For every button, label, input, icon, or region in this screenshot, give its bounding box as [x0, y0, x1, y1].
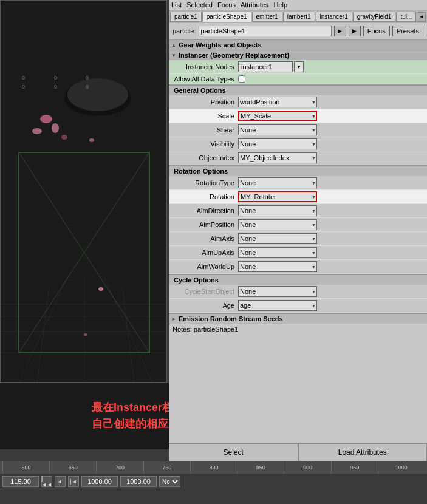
load-attributes-button[interactable]: Load Attributes: [298, 443, 428, 461]
menu-list[interactable]: List: [171, 1, 182, 9]
tick-1000: 1000: [378, 461, 425, 474]
visibility-value: None: [238, 138, 425, 149]
objectindex-row: ObjectIndex MY_ObjectIndex: [169, 151, 427, 165]
aimupaxis-value: None: [238, 247, 425, 258]
rotation-row: Rotation MY_Rotater: [169, 190, 427, 204]
timeline: 600 650 700 750 800 850 900 950 1000 |◄◄…: [0, 461, 427, 504]
section-gear-weights[interactable]: ▲ Gear Weights and Objects: [169, 39, 427, 50]
focus-button[interactable]: Focus: [363, 26, 390, 36]
aimdirection-row: AimDirection None: [169, 204, 427, 218]
visibility-dropdown[interactable]: None: [238, 138, 317, 149]
prev-frame-btn[interactable]: |◄: [68, 476, 79, 487]
tab-lambert1[interactable]: lambert1: [283, 12, 315, 22]
aimupaxis-label: AimUpAxis: [171, 249, 238, 256]
shear-value: None: [238, 124, 425, 135]
panel-body: ▲ Gear Weights and Objects ▼ Instancer (…: [169, 39, 427, 443]
svg-point-18: [84, 333, 87, 336]
rotationtype-value: None: [238, 177, 425, 188]
rotation-value: MY_Rotater: [238, 191, 425, 202]
chevron-down-icon: ▼: [171, 53, 176, 58]
particle-input[interactable]: [199, 26, 332, 36]
position-row: Position worldPosition: [169, 95, 427, 109]
allow-row: Allow All Data Types: [169, 74, 427, 84]
position-dropdown[interactable]: worldPosition: [238, 97, 317, 107]
menu-attributes[interactable]: Attributes: [241, 1, 268, 9]
general-options-label: General Options: [169, 85, 427, 95]
aimposition-value: None: [238, 219, 425, 230]
cyclestartobject-value: None: [238, 286, 425, 297]
select-button[interactable]: Select: [169, 443, 298, 461]
instancer-nodes-row: Instancer Nodes ▼: [169, 60, 427, 74]
aimdirection-label: AimDirection: [171, 207, 238, 214]
menubar: List Selected Focus Attributes Help: [169, 0, 427, 10]
rotationtype-dropdown-wrapper: None: [238, 177, 317, 188]
prev-btn[interactable]: ◄|: [55, 476, 66, 487]
age-dropdown[interactable]: age: [238, 300, 317, 311]
rotation-label: Rotation: [171, 193, 238, 200]
start-frame-input[interactable]: [81, 476, 118, 487]
tab-tui[interactable]: tui...: [396, 12, 416, 22]
tab-gravityfield1[interactable]: gravityField1: [353, 12, 396, 22]
allow-checkbox[interactable]: [238, 75, 245, 83]
aimaxis-dropdown[interactable]: None: [238, 233, 317, 244]
objectindex-dropdown[interactable]: MY_ObjectIndex: [238, 152, 317, 163]
tab-particle1[interactable]: particle1: [170, 12, 202, 22]
scale-dropdown-wrapper: MY_Scale: [238, 111, 317, 121]
position-dropdown-wrapper: worldPosition: [238, 97, 317, 107]
timeline-select[interactable]: No: [159, 476, 180, 487]
rotationtype-dropdown[interactable]: None: [238, 177, 317, 188]
aimworldup-dropdown[interactable]: None: [238, 261, 317, 272]
emission-section-header[interactable]: ► Emission Random Stream Seeds: [169, 313, 427, 324]
svg-text:0: 0: [54, 75, 57, 81]
instancer-nodes-dropdown-btn[interactable]: ▼: [294, 61, 304, 72]
aimworldup-value: None: [238, 261, 425, 272]
svg-rect-0: [1, 1, 166, 382]
svg-point-11: [67, 78, 128, 111]
cyclestartobject-dropdown[interactable]: None: [238, 286, 317, 297]
aimupaxis-dropdown[interactable]: None: [238, 247, 317, 258]
tab-instancer1[interactable]: instancer1: [316, 12, 352, 22]
menu-help[interactable]: Help: [273, 1, 287, 9]
tab-particleshape1[interactable]: particleShape1: [202, 12, 251, 22]
shear-row: Shear None: [169, 123, 427, 137]
rotation-dropdown-wrapper: MY_Rotater: [238, 191, 317, 202]
shear-dropdown[interactable]: None: [238, 124, 317, 135]
aimupaxis-dropdown-wrapper: None: [238, 247, 317, 258]
objectindex-dropdown-wrapper: MY_ObjectIndex: [238, 152, 317, 163]
rotationtype-label: RotationType: [171, 179, 238, 186]
aimaxis-row: AimAxis None: [169, 232, 427, 246]
age-row: Age age: [169, 299, 427, 313]
tab-emitter1[interactable]: emitter1: [252, 12, 282, 22]
tabbar: particle1 particleShape1 emitter1 lamber…: [169, 10, 427, 23]
svg-text:0: 0: [86, 75, 89, 81]
prev-end-btn[interactable]: |◄◄: [41, 476, 52, 487]
viewport: 0 0 0 0 0 0: [0, 0, 167, 383]
instancer-nodes-input[interactable]: [238, 61, 293, 72]
instancer-section-header[interactable]: ▼ Instancer (Geometry Replacement): [169, 50, 427, 60]
particle-icon-btn1[interactable]: ▶: [334, 26, 346, 36]
instancer-section: ▼ Instancer (Geometry Replacement) Insta…: [169, 50, 427, 85]
scale-row: Scale MY_Scale: [169, 109, 427, 123]
particle-icon-btn2[interactable]: ▶: [349, 26, 361, 36]
end-frame-input[interactable]: [120, 476, 157, 487]
objectindex-label: ObjectIndex: [171, 154, 238, 162]
svg-point-17: [98, 287, 103, 291]
aimaxis-label: AimAxis: [171, 235, 238, 242]
tick-750: 750: [143, 461, 190, 474]
menu-selected[interactable]: Selected: [186, 1, 213, 9]
aimdirection-dropdown-wrapper: None: [238, 205, 317, 216]
scale-dropdown[interactable]: MY_Scale: [238, 111, 317, 121]
aimdirection-dropdown[interactable]: None: [238, 205, 317, 216]
current-frame-input[interactable]: [2, 476, 39, 487]
presets-button[interactable]: Presets: [392, 26, 423, 36]
scale-value: MY_Scale: [238, 111, 425, 121]
arrow-right-icon: ▶: [338, 28, 342, 34]
aimdirection-value: None: [238, 205, 425, 216]
aimposition-dropdown[interactable]: None: [238, 219, 317, 230]
menu-focus[interactable]: Focus: [217, 1, 236, 9]
instancer-nodes-label: Instancer Nodes: [171, 63, 238, 70]
tab-scroll-arrow[interactable]: ◄: [417, 12, 426, 22]
aimworldup-dropdown-wrapper: None: [238, 261, 317, 272]
position-label: Position: [171, 98, 238, 106]
rotation-dropdown[interactable]: MY_Rotater: [238, 191, 317, 202]
